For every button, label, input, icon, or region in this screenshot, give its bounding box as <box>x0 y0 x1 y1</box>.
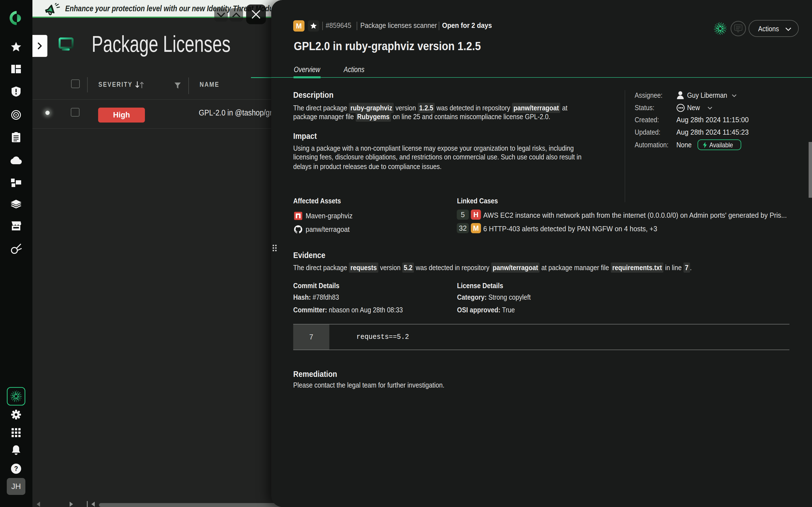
svg-text:?: ? <box>14 465 18 472</box>
